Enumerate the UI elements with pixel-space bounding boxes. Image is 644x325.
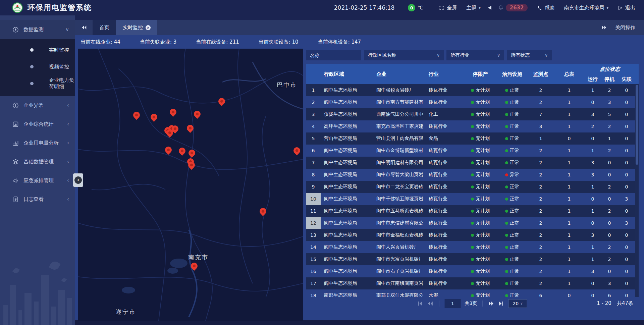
status-dot-icon xyxy=(471,137,474,140)
row-meters: 1 xyxy=(554,181,584,193)
table-row[interactable]: 7 阆中生态环境局 阆中明阳建材有限公司 砖瓦行业 无计划 正常 2 1 3 0… xyxy=(306,157,635,169)
map-panel[interactable]: 巴中市南充市遂宁市 xyxy=(78,49,303,321)
sidebar-subitem[interactable]: 实时监控 xyxy=(0,42,75,58)
sub-column-header: 停机 xyxy=(601,74,618,84)
sidebar-item-1[interactable]: 数据监测∨ xyxy=(0,20,75,39)
row-region: 阆中生态环境局 xyxy=(321,229,373,241)
help-button[interactable]: 帮助 xyxy=(537,5,554,11)
page-size-select[interactable]: 20∨ xyxy=(508,299,527,308)
row-points: 2 xyxy=(527,205,554,217)
table-row[interactable]: 8 阆中生态环境局 阆中市枣碧大梁山页岩 砖瓦行业 无计划 异常 2 1 3 0… xyxy=(306,169,635,181)
row-index: 2 xyxy=(306,96,321,108)
table-row[interactable]: 10 阆中生态环境局 阆中千佛镇五郎垭页岩 砖瓦行业 无计划 正常 2 1 0 … xyxy=(306,193,635,205)
logout-button[interactable]: 退出 xyxy=(618,5,635,11)
last-page-button[interactable] xyxy=(498,301,504,306)
org-dropdown[interactable]: 南充市生态环境局▾ xyxy=(564,5,608,11)
table-row[interactable]: 14 阆中生态环境局 阆中大兴页岩机砖厂 砖瓦行业 无计划 正常 2 1 1 2… xyxy=(306,241,635,253)
row-stop: 3 xyxy=(601,277,618,289)
column-header: 行业 xyxy=(425,64,464,84)
table-row[interactable]: 16 阆中生态环境局 阆中市石子页岩机砖厂 砖瓦行业 无计划 正常 2 1 3 … xyxy=(306,265,635,277)
table-row[interactable]: 1 阆中生态环境局 阆中强锐页岩砖厂 砖瓦行业 无计划 正常 2 1 1 2 0 xyxy=(306,84,635,96)
row-industry: 砖瓦行业 xyxy=(425,169,464,181)
table-row[interactable]: 11 阆中生态环境局 阆中市五马桥页岩机砖 砖瓦行业 无计划 正常 2 1 1 … xyxy=(306,205,635,217)
table-row[interactable]: 17 阆中生态环境局 阆中市江南镇阆南页岩 砖瓦行业 无计划 正常 2 1 0 … xyxy=(306,277,635,289)
sidebar-item-7[interactable]: 日志查看‹ xyxy=(0,190,75,209)
prev-page-button[interactable] xyxy=(428,301,434,306)
first-page-button[interactable] xyxy=(418,301,424,306)
close-tab-icon[interactable]: × xyxy=(146,25,151,30)
sidebar-item-3[interactable]: 企业综合统计‹ xyxy=(0,115,75,133)
table-row[interactable]: 15 阆中生态环境局 阆中市光富页岩机砖厂 砖瓦行业 无计划 正常 2 1 1 … xyxy=(306,253,635,265)
row-points: 2 xyxy=(527,217,554,229)
table-row[interactable]: 9 阆中生态环境局 阆中市二龙长宝页岩砖 砖瓦行业 无计划 正常 2 1 1 2… xyxy=(306,181,635,193)
map-pin-icon[interactable] xyxy=(188,161,195,170)
notifications[interactable]: 2632 xyxy=(498,4,528,11)
row-company: 阆中千佛镇五郎垭页岩 xyxy=(373,193,425,205)
row-company: 阆中市二龙长宝页岩砖 xyxy=(373,181,425,193)
map-pin-icon[interactable] xyxy=(150,113,158,122)
status-dot-icon xyxy=(471,258,474,261)
table-row[interactable]: 3 仪陇生态环境局 西南油气田分公司川中 化工 无计划 正常 7 1 3 5 0 xyxy=(306,108,635,120)
row-facility-status: 正常 xyxy=(497,157,527,169)
row-index: 8 xyxy=(306,169,321,181)
map-pin-icon[interactable] xyxy=(293,147,301,156)
tabs-scroll-left-icon[interactable] xyxy=(81,25,87,30)
theme-dropdown[interactable]: 主题▾ xyxy=(466,5,481,11)
tabs-scroll-right-icon[interactable] xyxy=(601,25,607,30)
chevron-left-icon: ‹ xyxy=(67,102,69,108)
map-pin-icon[interactable] xyxy=(169,108,177,117)
sidebar-subitem[interactable]: 企业电力负荷明细 xyxy=(0,75,75,92)
table-row[interactable]: 5 营山生态环境局 营山县润丰肉食品有限 食品 无计划 正常 1 0 0 1 0 xyxy=(306,132,635,145)
skyline-decoration xyxy=(0,261,75,325)
tab-首页[interactable]: 首页 xyxy=(93,20,116,35)
row-lost: 0 xyxy=(618,96,635,108)
table-row[interactable]: 12 阆中生态环境局 阆中市忠信建材有限公 砖瓦行业 无计划 正常 2 1 0 … xyxy=(306,217,635,229)
stat-item: 当前在线设备: 211 xyxy=(196,39,239,45)
map-pin-icon[interactable] xyxy=(194,110,201,119)
table-row[interactable]: 6 阆中生态环境局 阆中市金博瑞新型墙材 砖瓦行业 无计划 正常 2 1 1 2… xyxy=(306,145,635,157)
industry-filter-select[interactable]: 所有行业∨ xyxy=(446,50,504,60)
status-filter-select[interactable]: 所有状态∨ xyxy=(507,50,552,60)
map-pin-icon[interactable] xyxy=(178,147,186,156)
sidebar-subitem[interactable]: 视频监控 xyxy=(0,58,75,75)
map-pin-icon[interactable] xyxy=(188,149,196,158)
status-dot-icon xyxy=(471,125,474,128)
row-stop: 2 xyxy=(601,253,618,265)
row-facility-status: 正常 xyxy=(497,241,527,253)
row-facility-status: 正常 xyxy=(497,229,527,241)
next-page-button[interactable] xyxy=(488,301,494,306)
map-pin-icon[interactable] xyxy=(165,146,172,155)
sidebar-item-2[interactable]: 企业异常‹ xyxy=(0,96,75,115)
table-row[interactable]: 13 阆中生态环境局 阆中市金福旺页岩机砖 砖瓦行业 无计划 正常 2 1 3 … xyxy=(306,229,635,241)
row-run: 0 xyxy=(584,277,601,289)
page-number-input[interactable] xyxy=(445,299,461,308)
table-row[interactable]: 2 阆中生态环境局 阆中市南方节能建材有 砖瓦行业 无计划 正常 2 1 0 3… xyxy=(306,96,635,108)
close-operations-button[interactable]: 关闭操作 xyxy=(615,24,635,31)
map-collapse-handle[interactable]: ‹ xyxy=(73,173,83,187)
table-row[interactable]: 18 南部生态环境局 南部县双佳水泥有限公 水泥 无计划 正常 6 0 0 6 … xyxy=(306,289,635,297)
fullscreen-button[interactable]: 全屏 xyxy=(439,5,457,11)
map-pin-icon[interactable] xyxy=(191,262,198,271)
map-pin-icon[interactable] xyxy=(186,124,194,133)
sidebar-item-6[interactable]: 应急减排管理‹ xyxy=(0,171,75,190)
map-pin-icon[interactable] xyxy=(218,97,225,107)
name-filter-input[interactable] xyxy=(306,50,361,60)
region-filter-select[interactable]: 行政区域名称∨ xyxy=(364,50,444,60)
row-limit-status: 无计划 xyxy=(464,145,497,157)
row-company: 阆中市五马桥页岩机砖 xyxy=(373,205,425,217)
tab-实时监控[interactable]: 实时监控× xyxy=(116,20,157,35)
row-limit-status: 无计划 xyxy=(464,241,497,253)
divider xyxy=(482,301,483,307)
map-pin-icon[interactable] xyxy=(133,111,140,120)
row-company: 阆中市忠信建材有限公 xyxy=(373,217,425,229)
map-pin-icon[interactable] xyxy=(259,207,267,217)
scrollbar-thumb[interactable] xyxy=(636,85,638,165)
sidebar-item-5[interactable]: 基础数据管理‹ xyxy=(0,152,75,171)
table-scrollbar[interactable] xyxy=(635,84,639,297)
sidebar-item-4[interactable]: 企业用电量分析‹ xyxy=(0,133,75,152)
sidebar-subitem-label: 实时监控 xyxy=(49,47,69,53)
table-row[interactable]: 4 高坪生态环境局 南充市高坪区王家店建 砖瓦行业 无计划 正常 3 1 2 2… xyxy=(306,120,635,132)
mute-button[interactable] xyxy=(488,6,491,10)
status-dot-icon xyxy=(505,149,508,152)
map-pin-icon[interactable] xyxy=(166,129,173,138)
